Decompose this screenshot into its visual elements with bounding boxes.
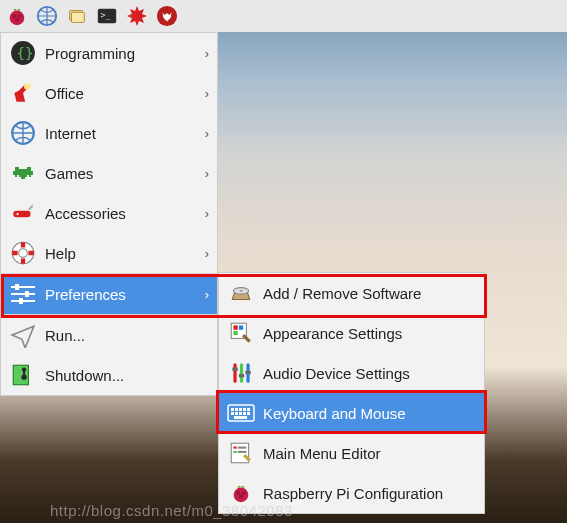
svg-point-2 bbox=[18, 14, 22, 18]
watermark-text: http://blog.csdn.net/m0_38042083 bbox=[50, 502, 293, 519]
terminal-taskbar-icon[interactable]: >_ bbox=[94, 3, 120, 29]
invader-icon bbox=[9, 159, 37, 187]
svg-point-12 bbox=[24, 83, 31, 90]
svg-text:>_: >_ bbox=[101, 10, 111, 20]
submenu-item-label: Appearance Settings bbox=[263, 325, 476, 342]
menu-item-preferences[interactable]: Preferences › bbox=[1, 274, 217, 314]
svg-rect-43 bbox=[239, 408, 242, 411]
svg-rect-35 bbox=[240, 363, 243, 383]
svg-text:{}: {} bbox=[17, 45, 34, 61]
menu-item-run[interactable]: Run... bbox=[1, 315, 217, 355]
svg-rect-46 bbox=[231, 412, 234, 415]
svg-point-1 bbox=[12, 14, 16, 18]
submenu-item-label: Main Menu Editor bbox=[263, 445, 476, 462]
svg-rect-21 bbox=[15, 284, 19, 290]
menu-item-internet[interactable]: Internet › bbox=[1, 113, 217, 153]
svg-point-29 bbox=[239, 290, 242, 292]
submenu-item-keyboard-mouse[interactable]: Keyboard and Mouse bbox=[219, 393, 484, 433]
menu-item-label: Help bbox=[45, 245, 205, 262]
submenu-item-label: Keyboard and Mouse bbox=[263, 405, 476, 422]
submenu-item-label: Audio Device Settings bbox=[263, 365, 476, 382]
sliders-icon bbox=[9, 280, 37, 308]
svg-rect-41 bbox=[231, 408, 234, 411]
audio-sliders-icon bbox=[227, 359, 255, 387]
svg-point-60 bbox=[239, 495, 243, 499]
menu-item-programming[interactable]: {} Programming › bbox=[1, 33, 217, 73]
svg-rect-51 bbox=[234, 416, 247, 419]
paperplane-icon bbox=[9, 321, 37, 349]
svg-rect-31 bbox=[233, 325, 237, 329]
svg-rect-38 bbox=[239, 374, 244, 377]
editor-icon bbox=[227, 439, 255, 467]
keyboard-icon bbox=[227, 399, 255, 427]
taskbar: >_ bbox=[0, 0, 567, 32]
chevron-right-icon: › bbox=[205, 206, 209, 221]
svg-rect-23 bbox=[19, 298, 23, 304]
menu-item-label: Programming bbox=[45, 45, 205, 62]
svg-point-59 bbox=[242, 491, 246, 495]
menu-item-help[interactable]: Help › bbox=[1, 233, 217, 273]
svg-rect-24 bbox=[13, 365, 28, 385]
menu-item-label: Shutdown... bbox=[45, 367, 209, 384]
svg-rect-45 bbox=[247, 408, 250, 411]
svg-rect-22 bbox=[25, 291, 29, 297]
svg-rect-47 bbox=[235, 412, 238, 415]
svg-rect-33 bbox=[233, 331, 237, 335]
chevron-right-icon: › bbox=[205, 126, 209, 141]
svg-point-15 bbox=[17, 213, 19, 215]
svg-rect-19 bbox=[11, 293, 35, 295]
swissknife-icon bbox=[9, 199, 37, 227]
svg-rect-54 bbox=[238, 447, 247, 449]
chevron-right-icon: › bbox=[205, 86, 209, 101]
menu-item-label: Games bbox=[45, 165, 205, 182]
menu-item-label: Preferences bbox=[45, 286, 205, 303]
chevron-right-icon: › bbox=[205, 166, 209, 181]
svg-rect-18 bbox=[11, 286, 35, 288]
chevron-right-icon: › bbox=[205, 46, 209, 61]
svg-point-27 bbox=[22, 367, 26, 371]
menu-item-accessories[interactable]: Accessories › bbox=[1, 193, 217, 233]
lamp-icon bbox=[9, 79, 37, 107]
browser-taskbar-icon[interactable] bbox=[34, 3, 60, 29]
svg-rect-39 bbox=[245, 371, 250, 374]
svg-point-17 bbox=[19, 249, 28, 258]
submenu-item-add-remove-software[interactable]: Add / Remove Software bbox=[219, 273, 484, 313]
svg-rect-34 bbox=[233, 363, 236, 383]
menu-item-label: Run... bbox=[45, 327, 209, 344]
submenu-item-label: Add / Remove Software bbox=[263, 285, 476, 302]
svg-point-58 bbox=[236, 491, 240, 495]
palette-icon bbox=[227, 319, 255, 347]
menu-item-shutdown[interactable]: Shutdown... bbox=[1, 355, 217, 395]
svg-rect-55 bbox=[233, 451, 236, 453]
svg-rect-37 bbox=[232, 368, 237, 371]
wolf-taskbar-icon[interactable] bbox=[154, 3, 180, 29]
svg-rect-50 bbox=[247, 412, 250, 415]
disc-icon bbox=[227, 279, 255, 307]
submenu-item-main-menu-editor[interactable]: Main Menu Editor bbox=[219, 433, 484, 473]
chevron-right-icon: › bbox=[205, 246, 209, 261]
files-taskbar-icon[interactable] bbox=[64, 3, 90, 29]
lifebuoy-icon bbox=[9, 239, 37, 267]
svg-rect-14 bbox=[13, 211, 30, 218]
braces-icon: {} bbox=[9, 39, 37, 67]
application-menu: {} Programming › Office › Internet › Gam… bbox=[0, 32, 218, 396]
preferences-submenu: Add / Remove Software Appearance Setting… bbox=[218, 272, 485, 514]
menu-item-label: Accessories bbox=[45, 205, 205, 222]
chevron-right-icon: › bbox=[205, 287, 209, 302]
menu-item-office[interactable]: Office › bbox=[1, 73, 217, 113]
svg-rect-32 bbox=[239, 325, 243, 329]
svg-rect-53 bbox=[233, 447, 236, 449]
menu-item-label: Internet bbox=[45, 125, 205, 142]
raspberry-menu-icon[interactable] bbox=[4, 3, 30, 29]
globe-icon bbox=[9, 119, 37, 147]
submenu-item-appearance-settings[interactable]: Appearance Settings bbox=[219, 313, 484, 353]
burst-taskbar-icon[interactable] bbox=[124, 3, 150, 29]
svg-rect-44 bbox=[243, 408, 246, 411]
svg-rect-56 bbox=[238, 451, 247, 453]
menu-item-games[interactable]: Games › bbox=[1, 153, 217, 193]
menu-item-label: Office bbox=[45, 85, 205, 102]
svg-rect-48 bbox=[239, 412, 242, 415]
exit-icon bbox=[9, 361, 37, 389]
svg-rect-49 bbox=[243, 412, 246, 415]
submenu-item-audio-device-settings[interactable]: Audio Device Settings bbox=[219, 353, 484, 393]
